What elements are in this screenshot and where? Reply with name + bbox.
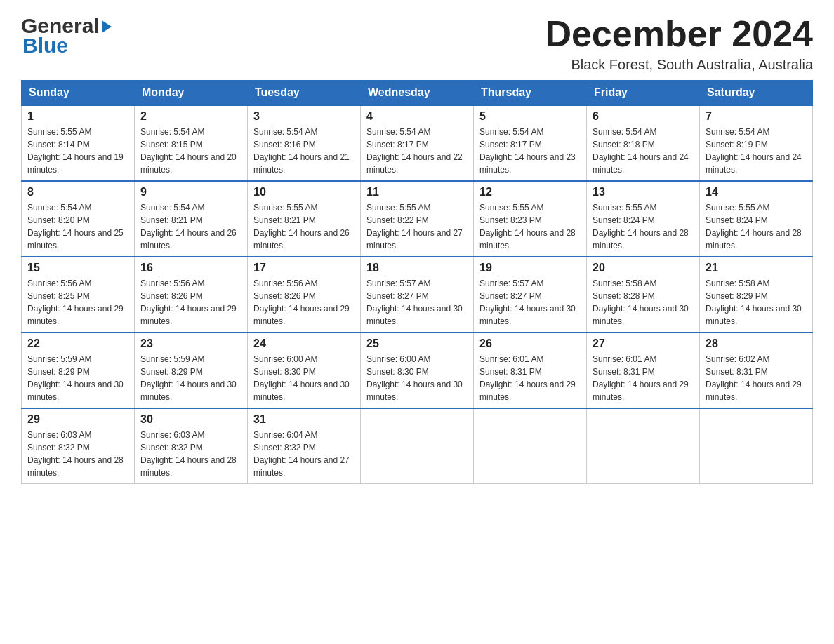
day-info: Sunrise: 5:54 AMSunset: 8:17 PMDaylight:… [479, 126, 581, 176]
calendar-week-row: 1 Sunrise: 5:55 AMSunset: 8:14 PMDayligh… [22, 105, 813, 181]
day-info: Sunrise: 6:00 AMSunset: 8:30 PMDaylight:… [366, 353, 468, 403]
col-saturday: Saturday [700, 81, 813, 106]
day-info: Sunrise: 5:54 AMSunset: 8:18 PMDaylight:… [593, 126, 694, 176]
table-row: 19 Sunrise: 5:57 AMSunset: 8:27 PMDaylig… [474, 257, 587, 333]
day-number: 9 [140, 186, 241, 199]
day-info: Sunrise: 5:55 AMSunset: 8:23 PMDaylight:… [479, 201, 581, 252]
table-row: 24 Sunrise: 6:00 AMSunset: 8:30 PMDaylig… [248, 333, 361, 408]
col-monday: Monday [135, 81, 248, 106]
day-info: Sunrise: 5:57 AMSunset: 8:27 PMDaylight:… [479, 277, 581, 328]
table-row: 21 Sunrise: 5:58 AMSunset: 8:29 PMDaylig… [700, 257, 813, 333]
day-number: 17 [253, 262, 355, 274]
calendar-week-row: 15 Sunrise: 5:56 AMSunset: 8:25 PMDaylig… [22, 257, 813, 333]
day-number: 29 [27, 413, 128, 426]
day-number: 14 [706, 186, 807, 199]
month-title: December 2024 [545, 14, 813, 54]
day-number: 26 [479, 337, 581, 350]
col-thursday: Thursday [474, 81, 587, 106]
table-row: 8 Sunrise: 5:54 AMSunset: 8:20 PMDayligh… [22, 181, 135, 257]
day-number: 31 [253, 413, 355, 426]
table-row: 15 Sunrise: 5:56 AMSunset: 8:25 PMDaylig… [22, 257, 135, 333]
day-info: Sunrise: 6:01 AMSunset: 8:31 PMDaylight:… [593, 353, 694, 403]
table-row: 23 Sunrise: 5:59 AMSunset: 8:29 PMDaylig… [135, 333, 248, 408]
day-info: Sunrise: 5:58 AMSunset: 8:28 PMDaylight:… [593, 277, 694, 328]
day-number: 6 [593, 110, 694, 123]
day-info: Sunrise: 6:03 AMSunset: 8:32 PMDaylight:… [27, 429, 128, 479]
table-row: 16 Sunrise: 5:56 AMSunset: 8:26 PMDaylig… [135, 257, 248, 333]
day-number: 12 [479, 186, 581, 199]
table-row: 7 Sunrise: 5:54 AMSunset: 8:19 PMDayligh… [700, 105, 813, 181]
table-row: 25 Sunrise: 6:00 AMSunset: 8:30 PMDaylig… [361, 333, 474, 408]
day-number: 13 [593, 186, 694, 199]
day-info: Sunrise: 5:59 AMSunset: 8:29 PMDaylight:… [27, 353, 128, 403]
table-row: 30 Sunrise: 6:03 AMSunset: 8:32 PMDaylig… [135, 408, 248, 484]
table-row: 12 Sunrise: 5:55 AMSunset: 8:23 PMDaylig… [474, 181, 587, 257]
day-info: Sunrise: 5:54 AMSunset: 8:19 PMDaylight:… [706, 126, 807, 176]
day-number: 5 [479, 110, 581, 123]
table-row: 26 Sunrise: 6:01 AMSunset: 8:31 PMDaylig… [474, 333, 587, 408]
day-info: Sunrise: 6:04 AMSunset: 8:32 PMDaylight:… [253, 429, 355, 479]
day-number: 4 [366, 110, 468, 123]
day-info: Sunrise: 5:54 AMSunset: 8:15 PMDaylight:… [140, 126, 241, 176]
day-number: 22 [27, 337, 128, 350]
day-info: Sunrise: 6:01 AMSunset: 8:31 PMDaylight:… [479, 353, 581, 403]
table-row: 2 Sunrise: 5:54 AMSunset: 8:15 PMDayligh… [135, 105, 248, 181]
day-number: 8 [27, 186, 128, 199]
day-number: 20 [593, 262, 694, 274]
logo-blue-label: Blue [22, 34, 112, 58]
table-row: 11 Sunrise: 5:55 AMSunset: 8:22 PMDaylig… [361, 181, 474, 257]
day-number: 19 [479, 262, 581, 274]
day-number: 24 [253, 337, 355, 350]
calendar-table: Sunday Monday Tuesday Wednesday Thursday… [21, 80, 813, 484]
table-row: 22 Sunrise: 5:59 AMSunset: 8:29 PMDaylig… [22, 333, 135, 408]
day-info: Sunrise: 6:03 AMSunset: 8:32 PMDaylight:… [140, 429, 241, 479]
table-row [587, 408, 700, 484]
page-header: General Blue December 2024 Black Forest,… [21, 14, 813, 73]
day-info: Sunrise: 5:55 AMSunset: 8:22 PMDaylight:… [366, 201, 468, 252]
col-sunday: Sunday [22, 81, 135, 106]
day-number: 15 [27, 262, 128, 274]
table-row [361, 408, 474, 484]
day-info: Sunrise: 6:00 AMSunset: 8:30 PMDaylight:… [253, 353, 355, 403]
table-row: 10 Sunrise: 5:55 AMSunset: 8:21 PMDaylig… [248, 181, 361, 257]
day-info: Sunrise: 5:55 AMSunset: 8:21 PMDaylight:… [253, 201, 355, 252]
calendar-week-row: 29 Sunrise: 6:03 AMSunset: 8:32 PMDaylig… [22, 408, 813, 484]
table-row: 20 Sunrise: 5:58 AMSunset: 8:28 PMDaylig… [587, 257, 700, 333]
day-info: Sunrise: 5:55 AMSunset: 8:24 PMDaylight:… [593, 201, 694, 252]
table-row: 18 Sunrise: 5:57 AMSunset: 8:27 PMDaylig… [361, 257, 474, 333]
day-number: 3 [253, 110, 355, 123]
table-row: 5 Sunrise: 5:54 AMSunset: 8:17 PMDayligh… [474, 105, 587, 181]
day-info: Sunrise: 6:02 AMSunset: 8:31 PMDaylight:… [706, 353, 807, 403]
title-block: December 2024 Black Forest, South Austra… [545, 14, 813, 73]
col-tuesday: Tuesday [248, 81, 361, 106]
day-number: 28 [706, 337, 807, 350]
day-number: 30 [140, 413, 241, 426]
day-number: 23 [140, 337, 241, 350]
col-friday: Friday [587, 81, 700, 106]
day-number: 7 [706, 110, 807, 123]
logo-arrow-icon [102, 20, 112, 33]
day-info: Sunrise: 5:54 AMSunset: 8:20 PMDaylight:… [27, 201, 128, 252]
location-title: Black Forest, South Australia, Australia [545, 57, 813, 73]
day-info: Sunrise: 5:54 AMSunset: 8:17 PMDaylight:… [366, 126, 468, 176]
table-row: 14 Sunrise: 5:55 AMSunset: 8:24 PMDaylig… [700, 181, 813, 257]
table-row: 13 Sunrise: 5:55 AMSunset: 8:24 PMDaylig… [587, 181, 700, 257]
day-info: Sunrise: 5:59 AMSunset: 8:29 PMDaylight:… [140, 353, 241, 403]
table-row [700, 408, 813, 484]
table-row: 6 Sunrise: 5:54 AMSunset: 8:18 PMDayligh… [587, 105, 700, 181]
col-wednesday: Wednesday [361, 81, 474, 106]
day-info: Sunrise: 5:58 AMSunset: 8:29 PMDaylight:… [706, 277, 807, 328]
table-row [474, 408, 587, 484]
day-info: Sunrise: 5:56 AMSunset: 8:26 PMDaylight:… [253, 277, 355, 328]
table-row: 4 Sunrise: 5:54 AMSunset: 8:17 PMDayligh… [361, 105, 474, 181]
day-info: Sunrise: 5:56 AMSunset: 8:25 PMDaylight:… [27, 277, 128, 328]
calendar-week-row: 8 Sunrise: 5:54 AMSunset: 8:20 PMDayligh… [22, 181, 813, 257]
day-number: 11 [366, 186, 468, 199]
day-number: 1 [27, 110, 128, 123]
table-row: 3 Sunrise: 5:54 AMSunset: 8:16 PMDayligh… [248, 105, 361, 181]
day-number: 21 [706, 262, 807, 274]
table-row: 28 Sunrise: 6:02 AMSunset: 8:31 PMDaylig… [700, 333, 813, 408]
day-number: 16 [140, 262, 241, 274]
day-info: Sunrise: 5:57 AMSunset: 8:27 PMDaylight:… [366, 277, 468, 328]
logo: General Blue [21, 14, 112, 58]
